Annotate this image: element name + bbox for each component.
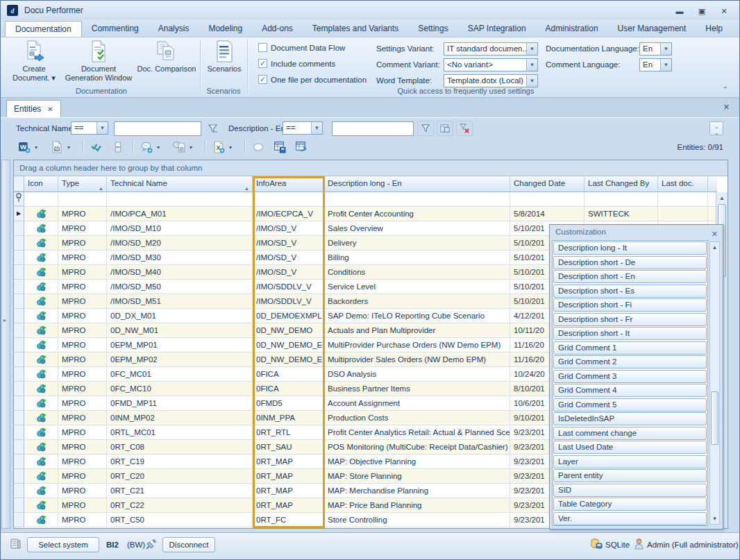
compare-cells-icon[interactable] (111, 140, 125, 154)
disconnect-button[interactable]: Disconnect (162, 537, 215, 552)
filter-cell[interactable] (324, 192, 510, 206)
customization-item-grid-comment-2[interactable]: Grid Comment 2 (553, 355, 707, 368)
close-button[interactable]: ✕ (717, 6, 731, 17)
customization-item-grid-comment-3[interactable]: Grid Comment 3 (553, 370, 707, 383)
strip-close-icon[interactable]: ✕ (723, 103, 730, 112)
maximize-button[interactable]: ▣ (695, 6, 709, 17)
scrollbar-thumb[interactable] (711, 391, 718, 445)
checkbox-icon[interactable]: ✓ (258, 75, 267, 84)
scenarios-button[interactable]: Scenarios (202, 40, 246, 74)
filter-input-technical-name[interactable] (114, 121, 201, 136)
checkbox-include-comments[interactable]: ✓Include comments (258, 59, 335, 68)
ribbon-tab-add-ons[interactable]: Add-ons (252, 20, 303, 37)
customization-item-description-short-es[interactable]: Description short - Es (553, 285, 707, 298)
dropdown-caret-icon[interactable]: ▾ (157, 144, 160, 151)
chevron-down-icon[interactable]: ▼ (96, 122, 108, 134)
column-header-type[interactable]: Type▲ (58, 176, 107, 192)
add-comment-icon[interactable] (140, 140, 153, 154)
doc-generation-button[interactable]: DocumentGeneration Window (63, 40, 134, 83)
ribbon-tab-analysis[interactable]: Analysis (149, 20, 199, 37)
doc-comparison-button[interactable]: Doc. Comparison (134, 40, 199, 74)
ribbon-tab-settings[interactable]: Settings (408, 20, 457, 37)
clear-filter-icon[interactable] (456, 121, 473, 136)
filter-operator-description[interactable]: ==▼ (283, 121, 323, 135)
filter-cell[interactable] (107, 192, 253, 206)
column-header-last-doc-[interactable]: Last doc. (658, 176, 708, 192)
minimize-button[interactable]: ▬ (673, 6, 687, 17)
customization-title-bar[interactable]: Customization ✕ (550, 225, 723, 239)
column-header-infoarea[interactable]: InfoArea (253, 176, 324, 192)
customization-item-description-short-fi[interactable]: Description short - Fi (553, 298, 707, 312)
customization-item-description-short-fr[interactable]: Description short - Fr (553, 313, 707, 326)
checkbox-icon[interactable] (258, 43, 267, 52)
chevron-down-icon[interactable]: ▼ (526, 75, 537, 87)
chevron-down-icon[interactable]: ▼ (660, 43, 671, 55)
filter-cell[interactable] (585, 192, 658, 206)
filter-cell[interactable] (510, 192, 585, 206)
filter-cell[interactable] (24, 192, 58, 206)
left-splitter[interactable]: ▸ (1, 160, 10, 529)
combo-comment-variant-[interactable]: <No variant>▼ (444, 58, 538, 71)
customization-item-parent-entity[interactable]: Parent entity (553, 469, 707, 482)
customization-item-grid-comment-5[interactable]: Grid Comment 5 (553, 398, 707, 411)
column-header-changed-date[interactable]: Changed Date (510, 176, 585, 192)
filter-editor-icon[interactable] (437, 121, 453, 136)
filter-input-description[interactable] (332, 121, 414, 136)
checkbox-one-file-per-documentation[interactable]: ✓One file per documentation (258, 75, 367, 84)
combo-word-template-[interactable]: Template.dotx (Local)▼ (444, 74, 538, 87)
customization-item-ver-[interactable]: Ver. (553, 512, 707, 525)
customization-item-grid-comment-1[interactable]: Grid Comment 1 (553, 341, 707, 355)
customization-item-description-short-de[interactable]: Description short - De (553, 256, 707, 269)
chevron-down-icon[interactable]: ▼ (660, 59, 671, 71)
grid-load-layout-icon[interactable] (294, 140, 308, 154)
comment-document-icon[interactable]: W (172, 140, 186, 154)
dropdown-caret-icon[interactable]: ▾ (190, 144, 192, 151)
customization-item-layer[interactable]: Layer (553, 455, 707, 468)
dropdown-caret-icon[interactable]: ▾ (229, 144, 232, 151)
grid-save-layout-icon[interactable] (273, 140, 287, 154)
customization-item-grid-comment-4[interactable]: Grid Comment 4 (553, 384, 707, 397)
filter-cell[interactable] (658, 192, 708, 206)
checkbox-icon[interactable]: ✓ (258, 59, 267, 68)
export-word-new-icon[interactable]: W (17, 140, 31, 154)
customization-item-description-short-en[interactable]: Description short - En (553, 270, 707, 283)
dropdown-caret-icon[interactable]: ▾ (67, 144, 70, 151)
group-by-panel[interactable]: Drag a column header here to group by th… (14, 160, 728, 176)
customization-item-isdeletedinsap[interactable]: IsDeletedInSAP (553, 412, 707, 425)
combo-settings-variant-[interactable]: IT standard documen...▼ (444, 42, 538, 56)
customization-item-last-used-date[interactable]: Last Used Date (553, 441, 707, 454)
ribbon-tab-user-management[interactable]: User Management (608, 20, 696, 37)
ribbon-tab-administration[interactable]: Administration (536, 20, 608, 37)
customization-item-description-short-it[interactable]: Description short - It (553, 327, 707, 340)
ribbon-tab-sap-integration[interactable]: SAP Integration (458, 20, 536, 37)
filter-cell[interactable] (58, 192, 107, 206)
select-system-button[interactable]: Select system (27, 537, 99, 552)
create-document-button[interactable]: CreateDocument. ▾ (8, 40, 60, 83)
customization-item-last-comment-change[interactable]: Last comment change (553, 427, 707, 440)
word-document-icon[interactable]: W (50, 140, 64, 154)
customization-item-table-category[interactable]: Table Category (553, 498, 707, 511)
dropdown-caret-icon[interactable]: ▾ (35, 144, 37, 151)
tab-entities[interactable]: Entities ✕ (6, 100, 61, 117)
column-header-icon[interactable]: Icon (24, 176, 58, 192)
column-header-last-changed-by[interactable]: Last Changed By (585, 176, 658, 192)
chevron-down-icon[interactable]: ▼ (311, 122, 322, 134)
ribbon-tab-documentation[interactable]: Documentation (5, 21, 82, 37)
export-excel-icon[interactable]: X (212, 140, 226, 154)
apply-filter-icon[interactable] (417, 121, 434, 136)
mass-check-icon[interactable] (90, 140, 103, 154)
ribbon-tab-commenting[interactable]: Commenting (82, 20, 149, 37)
ribbon-tab-modeling[interactable]: Modeling (199, 20, 252, 37)
checkbox-document-data-flow[interactable]: Document Data Flow (258, 43, 345, 52)
tab-close-icon[interactable]: ✕ (47, 101, 53, 117)
system-list-icon[interactable] (10, 538, 22, 552)
customization-close-icon[interactable]: ✕ (712, 227, 718, 241)
column-header-description-long-en[interactable]: Description long - En (324, 176, 510, 192)
customization-item-description-long-it[interactable]: Description long - It (553, 241, 707, 255)
filter-funnel-icon[interactable] (204, 121, 221, 136)
customization-scrollbar[interactable]: ▲ ▼ (709, 241, 720, 525)
chevron-down-icon[interactable]: ▼ (526, 43, 537, 55)
chevron-down-icon[interactable]: ▼ (526, 59, 537, 71)
ribbon-collapse-chevron-icon[interactable]: ⌃ (723, 85, 728, 93)
scroll-up-icon[interactable]: ▲ (718, 195, 726, 201)
